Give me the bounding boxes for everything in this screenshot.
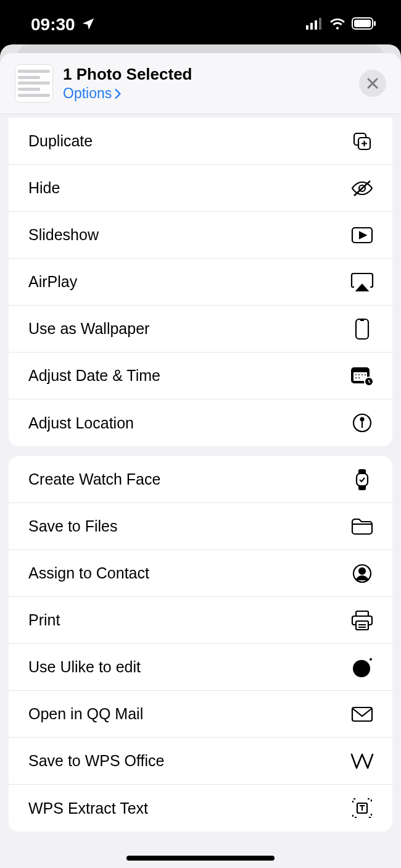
chevron-right-icon bbox=[114, 89, 122, 99]
row-label: Print bbox=[28, 611, 60, 629]
close-icon bbox=[366, 77, 379, 90]
svg-point-29 bbox=[353, 660, 370, 677]
watch-face-row[interactable]: Create Watch Face bbox=[9, 456, 392, 503]
row-label: Assign to Contact bbox=[28, 564, 149, 582]
qqmail-row[interactable]: Open in QQ Mail bbox=[9, 691, 392, 738]
adjust-date-row[interactable]: Adjust Date & Time bbox=[9, 353, 392, 399]
airplay-row[interactable]: AirPlay bbox=[9, 259, 392, 306]
calendar-clock-icon bbox=[350, 364, 374, 388]
row-label: Save to WPS Office bbox=[28, 752, 164, 770]
row-label: AirPlay bbox=[28, 273, 77, 291]
row-label: WPS Extract Text bbox=[28, 799, 148, 817]
svg-rect-6 bbox=[374, 21, 376, 26]
close-button[interactable] bbox=[359, 70, 386, 97]
svg-point-18 bbox=[355, 377, 357, 378]
row-label: Open in QQ Mail bbox=[28, 705, 143, 723]
row-label: Use Ulike to edit bbox=[28, 658, 141, 676]
phone-icon bbox=[350, 317, 374, 341]
svg-rect-3 bbox=[319, 18, 321, 30]
action-list: Duplicate Hide Slideshow bbox=[0, 114, 401, 868]
svg-rect-23 bbox=[357, 474, 368, 486]
share-sheet: 1 Photo Selected Options Duplicate bbox=[0, 53, 401, 868]
sheet-title: 1 Photo Selected bbox=[63, 65, 359, 84]
home-indicator[interactable] bbox=[126, 856, 275, 861]
svg-point-14 bbox=[355, 374, 357, 375]
svg-rect-0 bbox=[306, 25, 308, 30]
hide-icon bbox=[350, 177, 374, 200]
adjust-location-row[interactable]: Adjust Location bbox=[9, 399, 392, 446]
location-pin-icon bbox=[350, 411, 374, 435]
row-label: Hide bbox=[28, 179, 60, 197]
duplicate-row[interactable]: Duplicate bbox=[9, 118, 392, 165]
svg-point-19 bbox=[358, 377, 360, 378]
status-bar: 09:30 bbox=[0, 0, 401, 49]
contact-icon bbox=[350, 562, 374, 585]
assign-contact-row[interactable]: Assign to Contact bbox=[9, 550, 392, 597]
svg-point-15 bbox=[358, 374, 360, 375]
row-label: Slideshow bbox=[28, 226, 99, 244]
options-button[interactable]: Options bbox=[63, 85, 359, 102]
row-label: Use as Wallpaper bbox=[28, 320, 149, 338]
wps-icon bbox=[350, 749, 374, 773]
ulike-icon bbox=[350, 656, 374, 679]
svg-point-30 bbox=[370, 658, 372, 661]
extract-text-icon bbox=[350, 796, 374, 820]
print-row[interactable]: Print bbox=[9, 597, 392, 644]
sheet-header: 1 Photo Selected Options bbox=[0, 53, 401, 114]
airplay-icon bbox=[350, 270, 374, 294]
row-label: Duplicate bbox=[28, 132, 93, 150]
status-time: 09:30 bbox=[31, 15, 75, 35]
mail-icon bbox=[350, 703, 374, 726]
svg-point-17 bbox=[365, 374, 366, 375]
save-files-row[interactable]: Save to Files bbox=[9, 503, 392, 550]
location-icon bbox=[81, 17, 95, 33]
svg-rect-11 bbox=[356, 319, 368, 339]
svg-rect-31 bbox=[352, 707, 372, 721]
wps-row[interactable]: Save to WPS Office bbox=[9, 738, 392, 785]
svg-rect-1 bbox=[310, 23, 313, 30]
slideshow-icon bbox=[350, 223, 374, 247]
wallpaper-row[interactable]: Use as Wallpaper bbox=[9, 306, 392, 353]
row-label: Save to Files bbox=[28, 517, 118, 535]
row-label: Adjust Date & Time bbox=[28, 367, 160, 385]
wifi-icon bbox=[329, 17, 345, 32]
svg-point-22 bbox=[361, 418, 364, 421]
battery-icon bbox=[352, 17, 376, 32]
svg-point-25 bbox=[359, 568, 365, 574]
photo-thumbnail[interactable] bbox=[15, 64, 53, 102]
duplicate-icon bbox=[350, 130, 374, 153]
row-label: Create Watch Face bbox=[28, 470, 160, 488]
slideshow-row[interactable]: Slideshow bbox=[9, 212, 392, 259]
svg-rect-26 bbox=[356, 611, 368, 616]
hide-row[interactable]: Hide bbox=[9, 165, 392, 212]
cellular-icon bbox=[306, 17, 323, 32]
watch-icon bbox=[350, 468, 374, 491]
ulike-row[interactable]: Use Ulike to edit bbox=[9, 644, 392, 691]
svg-point-16 bbox=[362, 374, 363, 375]
options-label: Options bbox=[63, 85, 112, 102]
folder-icon bbox=[350, 515, 374, 538]
printer-icon bbox=[350, 609, 374, 632]
row-label: Adjust Location bbox=[28, 414, 134, 432]
action-group-2: Create Watch Face Save to Files Assign t… bbox=[9, 456, 392, 832]
svg-rect-5 bbox=[354, 20, 371, 27]
action-group-1: Duplicate Hide Slideshow bbox=[9, 118, 392, 446]
svg-rect-2 bbox=[315, 20, 317, 30]
wps-extract-row[interactable]: WPS Extract Text bbox=[9, 785, 392, 832]
